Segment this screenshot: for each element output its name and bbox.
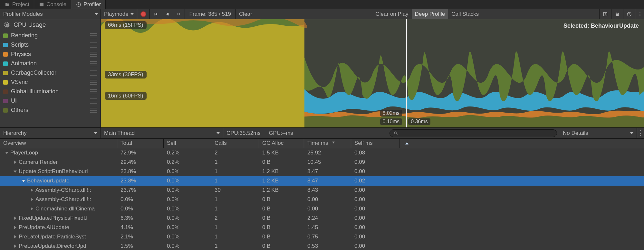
legend-item[interactable]: Physics — [0, 50, 101, 59]
module-title-text: CPU Usage — [14, 21, 46, 28]
table-row[interactable]: PlayerLoop 72.9% 0.2% 2 1.5 KB 25.92 0.0… — [0, 148, 644, 158]
column-total[interactable]: Total — [117, 139, 164, 148]
call-stacks-toggle[interactable]: Call Stacks — [448, 9, 482, 19]
table-row[interactable]: PreLateUpdate.DirectorUpd 1.5% 0.0% 1 0 … — [0, 242, 644, 250]
tab-project[interactable]: Project — [0, 0, 34, 9]
context-menu-button[interactable]: ⋮ — [637, 128, 644, 138]
profiler-toolbar: Profiler Modules Playmode Frame: 385 / 5… — [0, 9, 644, 19]
legend-item[interactable]: Scripts — [0, 40, 101, 50]
dropdown-label: Playmode — [104, 11, 129, 17]
table-row[interactable]: Assembly-CSharp.dll!:: 0.0% 0.0% 1 0 B 0… — [0, 195, 644, 204]
clear-on-play-toggle[interactable]: Clear on Play — [372, 9, 412, 19]
tab-console[interactable]: Console — [34, 0, 71, 9]
profiler-modules-dropdown[interactable]: Profiler Modules — [0, 9, 101, 19]
row-name: FixedUpdate.PhysicsFixedU — [19, 215, 88, 221]
deep-profile-toggle[interactable]: Deep Profile — [412, 9, 448, 19]
drag-handle-icon[interactable] — [90, 89, 97, 94]
legend-item[interactable]: Animation — [0, 59, 101, 68]
search-input[interactable] — [389, 129, 557, 137]
column-self-ms[interactable]: Self ms — [351, 139, 399, 148]
table-row[interactable]: Camera.Render 29.4% 0.2% 1 0 B 10.45 0.0… — [0, 158, 644, 167]
save-button[interactable] — [611, 9, 623, 19]
table-row[interactable]: BehaviourUpdate 23.8% 0.0% 1 1.2 KB 8.47… — [0, 176, 644, 186]
table-row[interactable]: FixedUpdate.PhysicsFixedU 6.3% 0.0% 2 0 … — [0, 214, 644, 223]
hierarchy-table[interactable]: PlayerLoop 72.9% 0.2% 2 1.5 KB 25.92 0.0… — [0, 148, 644, 250]
cell-total: 29.4% — [117, 159, 164, 165]
cpu-icon — [3, 21, 10, 28]
legend-item[interactable]: VSync — [0, 78, 101, 87]
cell-total: 0.0% — [117, 206, 164, 212]
row-name: PreLateUpdate.ParticleSyst — [19, 234, 86, 240]
drag-handle-icon[interactable] — [90, 33, 97, 38]
column-self[interactable]: Self — [164, 139, 211, 148]
load-button[interactable] — [599, 9, 611, 19]
legend-item[interactable]: UI — [0, 96, 101, 106]
column-time-ms[interactable]: Time ms — [304, 139, 351, 148]
disclosure-triangle[interactable] — [30, 207, 34, 210]
step-back-icon — [165, 12, 170, 17]
legend-label: UI — [11, 97, 87, 104]
column-overview[interactable]: Overview — [0, 139, 117, 148]
module-title[interactable]: CPU Usage — [0, 19, 101, 31]
next-frame-button[interactable] — [173, 9, 185, 19]
tab-label: Console — [46, 1, 66, 8]
record-button[interactable] — [137, 9, 149, 19]
cpu-time-label: CPU:35.52ms GPU:--ms — [223, 128, 296, 138]
legend-item[interactable]: Global Illumination — [0, 87, 101, 96]
drag-handle-icon[interactable] — [90, 52, 97, 57]
disclosure-triangle[interactable] — [13, 171, 17, 173]
context-menu-button[interactable]: ⋮ — [635, 9, 644, 19]
table-row[interactable]: Update.ScriptRunBehaviourl 23.8% 0.0% 1 … — [0, 167, 644, 176]
drag-handle-icon[interactable] — [90, 42, 97, 48]
disclosure-triangle[interactable] — [13, 226, 17, 229]
chevron-down-icon — [94, 132, 97, 134]
table-row[interactable]: PreUpdate.AIUpdate 4.1% 0.0% 1 0 B 1.45 … — [0, 223, 644, 232]
column-warnings[interactable] — [399, 139, 644, 148]
cell-total: 23.8% — [117, 178, 164, 184]
svg-point-6 — [394, 132, 397, 134]
disclosure-triangle[interactable] — [30, 198, 34, 201]
cpu-chart[interactable]: 66ms (15FPS) 33ms (30FPS) 16ms (60FPS) S… — [101, 19, 644, 127]
disclosure-triangle[interactable] — [13, 161, 17, 164]
table-row[interactable]: Cinemachine.dll!Cinema 0.0% 0.0% 1 0 B 0… — [0, 204, 644, 214]
chart-tooltip: 0.36ms — [408, 118, 430, 125]
column-gc-alloc[interactable]: GC Alloc — [259, 139, 304, 148]
tab-profiler[interactable]: Profiler — [71, 0, 106, 9]
legend-label: GarbageCollector — [11, 69, 87, 76]
drag-handle-icon[interactable] — [90, 70, 97, 76]
cell-calls: 30 — [211, 187, 259, 193]
legend-label: Rendering — [11, 32, 87, 39]
legend-item[interactable]: Rendering — [0, 31, 101, 40]
disclosure-triangle[interactable] — [21, 180, 26, 182]
details-panel-dropdown[interactable]: No Details — [560, 128, 637, 138]
row-name: PreUpdate.AIUpdate — [19, 224, 69, 231]
legend-item[interactable]: GarbageCollector — [0, 68, 101, 78]
disclosure-triangle[interactable] — [13, 245, 17, 248]
first-frame-button[interactable] — [150, 9, 161, 19]
drag-handle-icon[interactable] — [90, 61, 97, 66]
playmode-dropdown[interactable]: Playmode — [101, 9, 137, 19]
prev-frame-button[interactable] — [161, 9, 173, 19]
table-row[interactable]: Assembly-CSharp.dll!:: 23.7% 0.0% 30 1.2… — [0, 186, 644, 195]
view-mode-dropdown[interactable]: Hierarchy — [0, 128, 101, 138]
legend-item[interactable]: Others — [0, 106, 101, 115]
thread-dropdown[interactable]: Main Thread — [101, 128, 223, 138]
fps-marker-15: 66ms (15FPS) — [105, 21, 147, 29]
disclosure-triangle[interactable] — [5, 152, 9, 154]
legend-label: Physics — [11, 51, 87, 58]
cell-self-ms: 0.02 — [351, 178, 399, 184]
column-calls[interactable]: Calls — [211, 139, 259, 148]
disclosure-triangle[interactable] — [30, 189, 34, 192]
clear-button[interactable]: Clear — [236, 9, 255, 19]
disclosure-triangle[interactable] — [13, 235, 17, 238]
drag-handle-icon[interactable] — [90, 98, 97, 104]
drag-handle-icon[interactable] — [90, 108, 97, 113]
drag-handle-icon[interactable] — [90, 80, 97, 85]
table-row[interactable]: PreLateUpdate.ParticleSyst 2.1% 0.0% 1 0… — [0, 232, 644, 242]
cell-time: 0.00 — [304, 206, 351, 212]
help-button[interactable]: ? — [623, 9, 635, 19]
cell-self: 0.0% — [164, 196, 211, 203]
disclosure-triangle[interactable] — [13, 217, 17, 220]
cell-self: 0.2% — [164, 150, 211, 156]
chart-canvas — [101, 19, 644, 127]
